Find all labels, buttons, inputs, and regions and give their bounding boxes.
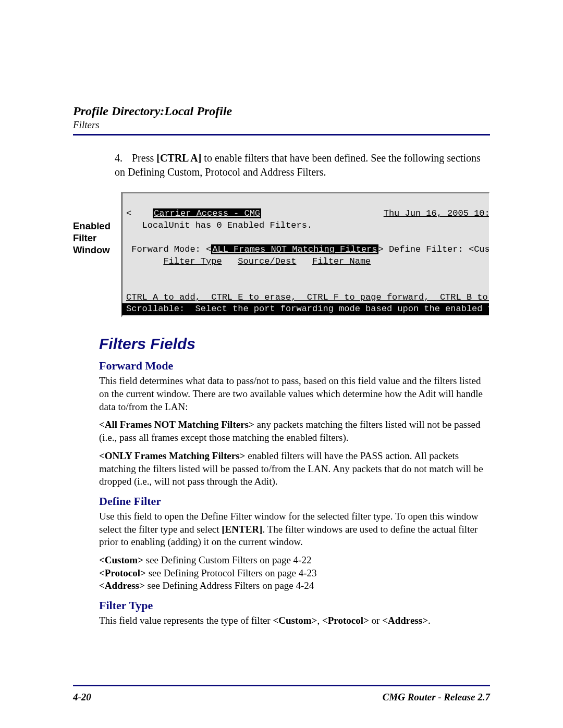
- term-timestamp: Thu Jun 16, 2005 10:15:51_ >: [384, 208, 490, 218]
- step-number: 4.: [115, 151, 129, 165]
- filter-type-desc: This field value represents the type of …: [99, 614, 490, 627]
- terminal-window: < Carrier Access - CMG Thu Jun 16, 2005 …: [121, 192, 490, 317]
- define-address-line: <Address> see Defining Address Filters o…: [99, 579, 490, 593]
- term-help-line: CTRL A to add, CTRL E to erase, CTRL F t…: [126, 292, 490, 302]
- page-header-title: Profile Directory:Local Profile: [73, 104, 490, 118]
- section-title-filters-fields: Filters Fields: [99, 335, 490, 353]
- ft-s3: .: [428, 615, 431, 626]
- ft-b3: <Address>: [382, 615, 428, 626]
- opt1-bold: <All Frames NOT Matching Filters>: [99, 419, 254, 430]
- footer-doc-title: CMG Router - Release 2.7: [383, 692, 490, 703]
- term-col-filter-type: Filter Type: [163, 256, 222, 266]
- define-filter-desc: Use this field to open the Define Filter…: [99, 510, 490, 549]
- heading-forward-mode: Forward Mode: [99, 359, 490, 373]
- term-col-filter-name: Filter Name: [312, 256, 371, 266]
- term-col-source-dest: Source/Dest: [238, 256, 296, 266]
- ft-s1: ,: [317, 615, 322, 626]
- document-page: Profile Directory:Local Profile Filters …: [0, 0, 563, 728]
- define-custom-line: <Custom> see Defining Custom Filters on …: [99, 554, 490, 567]
- ft-t1: This field value represents the type of …: [99, 615, 273, 626]
- page-footer: 4-20 CMG Router - Release 2.7: [73, 692, 490, 703]
- terminal-side-label: Enabled Filter Window: [73, 192, 114, 256]
- ft-b1: <Custom>: [273, 615, 317, 626]
- terminal-row: Enabled Filter Window < Carrier Access -…: [73, 192, 490, 317]
- term-lt: <: [126, 208, 131, 218]
- dc-bold: <Custom>: [99, 554, 143, 565]
- footer-rule: [73, 685, 490, 686]
- page-header-sub: Filters: [73, 119, 490, 131]
- dp-text: see Defining Protocol Filters on page 4-…: [146, 567, 317, 578]
- term-local-line: LocalUnit has 0 Enabled Filters.: [142, 220, 312, 230]
- df-key: [ENTER]: [222, 524, 262, 535]
- term-status-line: Scrollable: Select the port forwarding m…: [122, 303, 489, 315]
- step-key: [CTRL A]: [156, 152, 201, 164]
- term-fwd-label: Forward Mode: <: [131, 244, 211, 254]
- heading-filter-type: Filter Type: [99, 599, 490, 612]
- dp-bold: <Protocol>: [99, 567, 146, 578]
- ft-b2: <Protocol>: [322, 615, 369, 626]
- footer-page-number: 4-20: [73, 692, 91, 703]
- heading-define-filter: Define Filter: [99, 495, 490, 508]
- step-text-before: Press: [132, 152, 156, 164]
- forward-mode-desc: This field determines what data to pass/…: [99, 375, 490, 413]
- term-fwd-tail: > Define Filter: <Custom > ->: [378, 244, 491, 254]
- instruction-step: 4. Press [CTRL A] to enable filters that…: [115, 151, 490, 179]
- da-text: see Defining Address Filters on page 4-2…: [145, 580, 314, 591]
- da-bold: <Address>: [99, 580, 145, 591]
- forward-mode-opt2: <ONLY Frames Matching Filters> enabled f…: [99, 450, 490, 488]
- header-rule: [73, 134, 490, 135]
- forward-mode-opt1: <All Frames NOT Matching Filters> any pa…: [99, 418, 490, 444]
- term-app-title: Carrier Access - CMG: [153, 208, 261, 218]
- dc-text: see Defining Custom Filters on page 4-22: [143, 554, 311, 565]
- term-fwd-value: ALL Frames NOT Matching Filters: [211, 244, 378, 254]
- ft-s2: or: [369, 615, 382, 626]
- define-protocol-line: <Protocol> see Defining Protocol Filters…: [99, 567, 490, 580]
- opt2-bold: <ONLY Frames Matching Filters>: [99, 450, 245, 461]
